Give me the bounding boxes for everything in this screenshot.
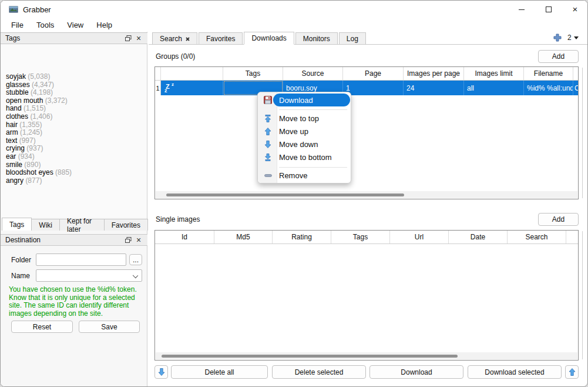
row-status-cell: Z z z: [161, 81, 223, 95]
groups-horizontal-scrollbar[interactable]: [156, 191, 577, 198]
column-header-id[interactable]: Id: [155, 231, 214, 243]
group-row[interactable]: 1 Z z z booru.soy 1 24 all %id% %all:und…: [155, 81, 578, 95]
column-header-url[interactable]: Url: [390, 231, 449, 243]
context-menu-item-move-to-bottom[interactable]: Move to bottom: [258, 151, 352, 164]
row-images-per-page-cell[interactable]: 24: [404, 81, 464, 95]
destination-panel: Folder ... Name You have chosen to use t…: [1, 246, 147, 259]
float-panel-icon[interactable]: [123, 34, 133, 43]
tab-close-icon[interactable]: [186, 35, 190, 43]
column-header-page[interactable]: Page: [343, 67, 404, 80]
single-images-horizontal-scrollbar[interactable]: [156, 352, 577, 359]
tab-wiki[interactable]: Wiki: [31, 219, 60, 231]
context-menu-item-move-down[interactable]: Move down: [258, 138, 352, 151]
row-page-cell[interactable]: 1: [343, 81, 404, 95]
move-down-button[interactable]: [154, 365, 168, 379]
reset-button[interactable]: Reset: [11, 321, 73, 333]
context-menu-item-remove[interactable]: Remove: [258, 169, 352, 182]
tag-item[interactable]: hair (1,355): [6, 121, 147, 129]
tag-item[interactable]: bloodshot eyes (885): [6, 169, 147, 177]
context-menu-item-move-to-top[interactable]: Move to top: [258, 112, 352, 125]
delete-all-button[interactable]: Delete all: [171, 365, 268, 379]
column-header-filename[interactable]: Filename: [524, 67, 573, 80]
remove-minus-icon: [263, 171, 273, 180]
row-filename-cell[interactable]: %id% %all:und...: [524, 81, 573, 95]
column-header-status[interactable]: [161, 67, 223, 80]
tag-item[interactable]: angry (877): [6, 177, 147, 185]
column-header-rating[interactable]: Rating: [273, 231, 331, 243]
menu-file[interactable]: File: [5, 19, 29, 31]
scrollbar-thumb[interactable]: [166, 194, 404, 196]
row-images-limit-cell[interactable]: all: [464, 81, 524, 95]
close-icon: ×: [573, 6, 578, 12]
tag-item[interactable]: text (997): [6, 137, 147, 145]
column-header-source[interactable]: Source: [283, 67, 343, 80]
tab-search[interactable]: Search: [152, 32, 197, 44]
column-header-tags[interactable]: Tags: [223, 67, 283, 80]
column-header-images-per-page[interactable]: Images per page: [404, 67, 464, 80]
groups-add-button[interactable]: Add: [538, 50, 579, 63]
menu-view[interactable]: View: [61, 19, 89, 31]
column-header-md5[interactable]: Md5: [214, 231, 273, 243]
app-icon: [9, 5, 18, 16]
groups-table-header: Tags Source Page Images per page Images …: [155, 67, 578, 81]
tag-item[interactable]: smile (890): [6, 161, 147, 169]
tag-item[interactable]: stubble (4,198): [6, 89, 147, 97]
tag-item[interactable]: glasses (4,347): [6, 81, 147, 89]
close-button[interactable]: ×: [566, 3, 584, 16]
tag-item[interactable]: ear (934): [6, 153, 147, 161]
tab-log[interactable]: Log: [339, 32, 366, 44]
tag-item[interactable]: open mouth (3,372): [6, 97, 147, 105]
tag-item[interactable]: crying (937): [6, 145, 147, 153]
tag-item[interactable]: hand (1,515): [6, 105, 147, 113]
tags-dock-header: Tags ×: [1, 32, 147, 44]
menu-tools[interactable]: Tools: [31, 19, 60, 31]
left-dock: Tags × soyjak (5,038) glasses (4,347) st…: [1, 32, 147, 387]
column-header-images-limit[interactable]: Images limit: [464, 67, 524, 80]
tab-count-dropdown[interactable]: 2: [567, 34, 579, 42]
browse-button[interactable]: ...: [129, 254, 142, 265]
delete-selected-button[interactable]: Delete selected: [272, 365, 366, 379]
save-button[interactable]: Save: [79, 321, 140, 333]
scrollbar-thumb[interactable]: [162, 355, 458, 358]
tab-downloads[interactable]: Downloads: [244, 32, 294, 45]
tag-item[interactable]: clothes (1,406): [6, 113, 147, 121]
move-up-button[interactable]: [565, 365, 579, 379]
tab-favorites-left[interactable]: Favorites: [104, 219, 148, 231]
context-menu-item-download[interactable]: Download: [258, 94, 352, 106]
float-panel-icon[interactable]: [123, 235, 133, 245]
download-button[interactable]: Download: [369, 365, 463, 379]
single-images-table-header: Id Md5 Rating Tags Url Date Search: [155, 231, 578, 244]
groups-title: Groups (0/0): [156, 52, 195, 61]
context-menu-item-move-up[interactable]: Move up: [258, 125, 352, 138]
tag-item[interactable]: soyjak (5,038): [6, 73, 147, 81]
arrow-up-icon: [263, 126, 273, 136]
column-header: [573, 67, 578, 80]
tab-pane-border: [149, 44, 588, 45]
title-bar: Grabber ×: [1, 1, 588, 18]
add-tab-icon[interactable]: [553, 34, 562, 44]
main-tab-bar: Search Favorites Downloads Monitors Log …: [149, 32, 588, 44]
tab-tags[interactable]: Tags: [2, 218, 32, 231]
minimize-button[interactable]: [513, 3, 530, 16]
column-header: [566, 231, 578, 243]
tab-kept-for-later[interactable]: Kept for later: [59, 219, 105, 231]
tag-item[interactable]: arm (1,245): [6, 129, 147, 137]
arrow-up-icon: [569, 368, 576, 376]
maximize-button[interactable]: [540, 3, 557, 16]
single-images-title: Single images: [156, 215, 200, 223]
tab-favorites[interactable]: Favorites: [199, 32, 243, 44]
column-header-search[interactable]: Search: [508, 231, 566, 243]
menu-help[interactable]: Help: [90, 19, 118, 31]
tag-list: soyjak (5,038) glasses (4,347) stubble (…: [1, 45, 147, 218]
minimize-icon: [519, 9, 525, 10]
column-header-tags[interactable]: Tags: [331, 231, 390, 243]
close-panel-icon[interactable]: ×: [133, 34, 144, 43]
column-header-date[interactable]: Date: [449, 231, 508, 243]
name-combobox[interactable]: [36, 269, 142, 282]
tab-monitors[interactable]: Monitors: [295, 32, 338, 44]
folder-input[interactable]: [36, 253, 126, 266]
download-selected-button[interactable]: Download selected: [468, 365, 562, 379]
single-images-add-button[interactable]: Add: [538, 213, 579, 226]
arrow-to-bottom-icon: [263, 152, 273, 162]
close-panel-icon[interactable]: ×: [133, 235, 144, 245]
